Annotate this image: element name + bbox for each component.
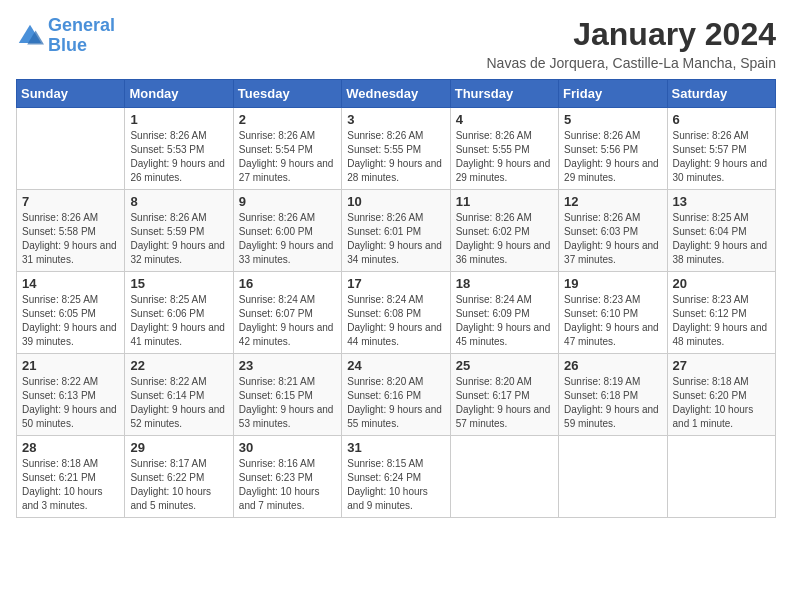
calendar-cell: 10Sunrise: 8:26 AMSunset: 6:01 PMDayligh…: [342, 190, 450, 272]
day-number: 11: [456, 194, 553, 209]
logo-icon: [16, 22, 44, 50]
title-block: January 2024 Navas de Jorquera, Castille…: [487, 16, 777, 71]
day-info: Sunrise: 8:15 AMSunset: 6:24 PMDaylight:…: [347, 457, 444, 513]
calendar-cell: 31Sunrise: 8:15 AMSunset: 6:24 PMDayligh…: [342, 436, 450, 518]
calendar-cell: 2Sunrise: 8:26 AMSunset: 5:54 PMDaylight…: [233, 108, 341, 190]
calendar-cell: 19Sunrise: 8:23 AMSunset: 6:10 PMDayligh…: [559, 272, 667, 354]
calendar-cell: 28Sunrise: 8:18 AMSunset: 6:21 PMDayligh…: [17, 436, 125, 518]
calendar-week-row: 21Sunrise: 8:22 AMSunset: 6:13 PMDayligh…: [17, 354, 776, 436]
day-number: 3: [347, 112, 444, 127]
calendar-cell: [667, 436, 775, 518]
weekday-header-row: SundayMondayTuesdayWednesdayThursdayFrid…: [17, 80, 776, 108]
day-info: Sunrise: 8:22 AMSunset: 6:13 PMDaylight:…: [22, 375, 119, 431]
day-info: Sunrise: 8:24 AMSunset: 6:08 PMDaylight:…: [347, 293, 444, 349]
day-number: 29: [130, 440, 227, 455]
calendar-subtitle: Navas de Jorquera, Castille-La Mancha, S…: [487, 55, 777, 71]
calendar-cell: 18Sunrise: 8:24 AMSunset: 6:09 PMDayligh…: [450, 272, 558, 354]
day-number: 23: [239, 358, 336, 373]
calendar-cell: 6Sunrise: 8:26 AMSunset: 5:57 PMDaylight…: [667, 108, 775, 190]
day-info: Sunrise: 8:26 AMSunset: 5:57 PMDaylight:…: [673, 129, 770, 185]
day-number: 30: [239, 440, 336, 455]
day-number: 8: [130, 194, 227, 209]
day-number: 18: [456, 276, 553, 291]
day-info: Sunrise: 8:26 AMSunset: 5:55 PMDaylight:…: [347, 129, 444, 185]
weekday-header-monday: Monday: [125, 80, 233, 108]
day-number: 14: [22, 276, 119, 291]
calendar-week-row: 7Sunrise: 8:26 AMSunset: 5:58 PMDaylight…: [17, 190, 776, 272]
weekday-header-saturday: Saturday: [667, 80, 775, 108]
day-number: 1: [130, 112, 227, 127]
day-info: Sunrise: 8:18 AMSunset: 6:21 PMDaylight:…: [22, 457, 119, 513]
day-info: Sunrise: 8:26 AMSunset: 5:56 PMDaylight:…: [564, 129, 661, 185]
day-number: 17: [347, 276, 444, 291]
day-number: 20: [673, 276, 770, 291]
calendar-cell: 12Sunrise: 8:26 AMSunset: 6:03 PMDayligh…: [559, 190, 667, 272]
calendar-week-row: 14Sunrise: 8:25 AMSunset: 6:05 PMDayligh…: [17, 272, 776, 354]
day-info: Sunrise: 8:26 AMSunset: 6:00 PMDaylight:…: [239, 211, 336, 267]
calendar-cell: 22Sunrise: 8:22 AMSunset: 6:14 PMDayligh…: [125, 354, 233, 436]
day-info: Sunrise: 8:25 AMSunset: 6:04 PMDaylight:…: [673, 211, 770, 267]
day-number: 12: [564, 194, 661, 209]
day-info: Sunrise: 8:26 AMSunset: 6:02 PMDaylight:…: [456, 211, 553, 267]
day-number: 27: [673, 358, 770, 373]
day-number: 15: [130, 276, 227, 291]
day-info: Sunrise: 8:23 AMSunset: 6:12 PMDaylight:…: [673, 293, 770, 349]
calendar-title: January 2024: [487, 16, 777, 53]
day-info: Sunrise: 8:23 AMSunset: 6:10 PMDaylight:…: [564, 293, 661, 349]
day-info: Sunrise: 8:18 AMSunset: 6:20 PMDaylight:…: [673, 375, 770, 431]
day-number: 9: [239, 194, 336, 209]
day-info: Sunrise: 8:26 AMSunset: 6:01 PMDaylight:…: [347, 211, 444, 267]
day-info: Sunrise: 8:24 AMSunset: 6:07 PMDaylight:…: [239, 293, 336, 349]
calendar-cell: [450, 436, 558, 518]
day-number: 28: [22, 440, 119, 455]
calendar-cell: 14Sunrise: 8:25 AMSunset: 6:05 PMDayligh…: [17, 272, 125, 354]
day-info: Sunrise: 8:26 AMSunset: 5:53 PMDaylight:…: [130, 129, 227, 185]
calendar-cell: 30Sunrise: 8:16 AMSunset: 6:23 PMDayligh…: [233, 436, 341, 518]
day-number: 4: [456, 112, 553, 127]
calendar-cell: 24Sunrise: 8:20 AMSunset: 6:16 PMDayligh…: [342, 354, 450, 436]
day-number: 2: [239, 112, 336, 127]
day-info: Sunrise: 8:26 AMSunset: 5:58 PMDaylight:…: [22, 211, 119, 267]
weekday-header-sunday: Sunday: [17, 80, 125, 108]
weekday-header-wednesday: Wednesday: [342, 80, 450, 108]
day-info: Sunrise: 8:26 AMSunset: 5:54 PMDaylight:…: [239, 129, 336, 185]
calendar-cell: 27Sunrise: 8:18 AMSunset: 6:20 PMDayligh…: [667, 354, 775, 436]
calendar-cell: 1Sunrise: 8:26 AMSunset: 5:53 PMDaylight…: [125, 108, 233, 190]
calendar-cell: 11Sunrise: 8:26 AMSunset: 6:02 PMDayligh…: [450, 190, 558, 272]
day-number: 10: [347, 194, 444, 209]
calendar-cell: 20Sunrise: 8:23 AMSunset: 6:12 PMDayligh…: [667, 272, 775, 354]
day-info: Sunrise: 8:16 AMSunset: 6:23 PMDaylight:…: [239, 457, 336, 513]
calendar-cell: 16Sunrise: 8:24 AMSunset: 6:07 PMDayligh…: [233, 272, 341, 354]
day-info: Sunrise: 8:20 AMSunset: 6:17 PMDaylight:…: [456, 375, 553, 431]
day-info: Sunrise: 8:21 AMSunset: 6:15 PMDaylight:…: [239, 375, 336, 431]
logo-text: GeneralBlue: [48, 16, 115, 56]
day-info: Sunrise: 8:26 AMSunset: 5:59 PMDaylight:…: [130, 211, 227, 267]
day-info: Sunrise: 8:20 AMSunset: 6:16 PMDaylight:…: [347, 375, 444, 431]
day-number: 6: [673, 112, 770, 127]
day-info: Sunrise: 8:26 AMSunset: 6:03 PMDaylight:…: [564, 211, 661, 267]
calendar-week-row: 1Sunrise: 8:26 AMSunset: 5:53 PMDaylight…: [17, 108, 776, 190]
calendar-cell: 8Sunrise: 8:26 AMSunset: 5:59 PMDaylight…: [125, 190, 233, 272]
day-info: Sunrise: 8:25 AMSunset: 6:06 PMDaylight:…: [130, 293, 227, 349]
weekday-header-friday: Friday: [559, 80, 667, 108]
calendar-table: SundayMondayTuesdayWednesdayThursdayFrid…: [16, 79, 776, 518]
day-number: 16: [239, 276, 336, 291]
day-info: Sunrise: 8:25 AMSunset: 6:05 PMDaylight:…: [22, 293, 119, 349]
calendar-cell: 25Sunrise: 8:20 AMSunset: 6:17 PMDayligh…: [450, 354, 558, 436]
calendar-cell: 29Sunrise: 8:17 AMSunset: 6:22 PMDayligh…: [125, 436, 233, 518]
calendar-cell: [17, 108, 125, 190]
day-info: Sunrise: 8:19 AMSunset: 6:18 PMDaylight:…: [564, 375, 661, 431]
day-number: 22: [130, 358, 227, 373]
logo: GeneralBlue: [16, 16, 115, 56]
calendar-cell: 9Sunrise: 8:26 AMSunset: 6:00 PMDaylight…: [233, 190, 341, 272]
calendar-cell: 4Sunrise: 8:26 AMSunset: 5:55 PMDaylight…: [450, 108, 558, 190]
calendar-cell: 5Sunrise: 8:26 AMSunset: 5:56 PMDaylight…: [559, 108, 667, 190]
day-number: 21: [22, 358, 119, 373]
calendar-cell: 17Sunrise: 8:24 AMSunset: 6:08 PMDayligh…: [342, 272, 450, 354]
day-info: Sunrise: 8:26 AMSunset: 5:55 PMDaylight:…: [456, 129, 553, 185]
page-header: GeneralBlue January 2024 Navas de Jorque…: [16, 16, 776, 71]
calendar-cell: 21Sunrise: 8:22 AMSunset: 6:13 PMDayligh…: [17, 354, 125, 436]
calendar-cell: 3Sunrise: 8:26 AMSunset: 5:55 PMDaylight…: [342, 108, 450, 190]
weekday-header-thursday: Thursday: [450, 80, 558, 108]
day-number: 19: [564, 276, 661, 291]
